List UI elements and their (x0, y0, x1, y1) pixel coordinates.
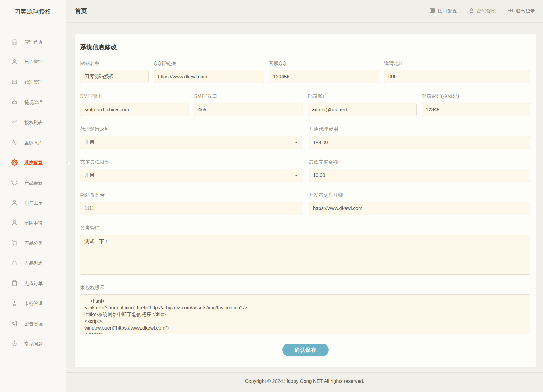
form-row-announcement: 公告管理 测试一下！ (80, 225, 530, 275)
field-unauthorized-tip: 未授权提示 <html> <link rel="shortcut icon" h… (80, 285, 530, 334)
chevron-down-icon (294, 173, 298, 178)
dev-group-label: 开发者交流群聊 (309, 192, 531, 198)
user-icon (11, 219, 24, 227)
sidebar-item-user-management[interactable]: 用户管理 (0, 52, 66, 72)
user-icon (11, 59, 24, 66)
form-row-5: 网站备案号 开发者交流群聊 (80, 192, 530, 215)
dev-group-input[interactable] (309, 202, 531, 215)
sidebar-item-agent-management[interactable]: 代理管理 (0, 72, 66, 92)
sidebar-item-announcement-management[interactable]: 公告管理 (0, 314, 66, 334)
field-mail-password: 邮箱密码(授权码) (422, 93, 530, 116)
field-min-recharge: 最低充值金额 (309, 159, 531, 182)
main-area: 首页 接口配置 密码修改 退出登录 系统信息修改 网站名称 (66, 0, 543, 392)
recharge-limit-select[interactable]: 开启 (80, 169, 302, 182)
sidebar-item-pirate-storage[interactable]: 盗版入库 (0, 133, 66, 153)
sidebar-item-label: 系统配置 (24, 160, 43, 166)
trend-chart-icon (11, 119, 24, 126)
clipboard-icon (11, 280, 24, 287)
sidebar-item-product-list[interactable]: 产品列表 (0, 253, 66, 273)
sidebar-item-label: 产品分类 (24, 241, 43, 246)
icp-number-input[interactable] (80, 202, 302, 215)
qq-group-link-input[interactable] (154, 70, 264, 83)
unauthorized-tip-textarea[interactable]: <html> <link rel="shortcut icon" href="h… (80, 294, 530, 334)
lock-icon (469, 8, 474, 15)
sidebar-item-faq[interactable]: 常见问题 (0, 334, 66, 354)
logout-icon (508, 8, 513, 15)
api-config-icon (430, 8, 435, 15)
sidebar: 刀客源码授权 管理首页 用户管理 代理管理 提现管理 授权列表 盗版入库 (0, 0, 66, 392)
invite-address-input[interactable] (384, 70, 530, 83)
agent-fee-input[interactable] (309, 136, 531, 149)
sidebar-item-admin-home[interactable]: 管理首页 (0, 32, 66, 52)
field-icp-number: 网站备案号 (80, 192, 302, 215)
sidebar-item-card-key-management[interactable]: 卡密管理 (0, 294, 66, 314)
cart-icon (11, 240, 24, 247)
form-row-unauthorized-tip: 未授权提示 <html> <link rel="shortcut icon" h… (80, 285, 530, 334)
sidebar-item-label: 常见问题 (24, 341, 43, 347)
announcement-textarea[interactable]: 测试一下！ (80, 235, 530, 275)
sidebar-menu: 管理首页 用户管理 代理管理 提现管理 授权列表 盗版入库 系统配置 (0, 23, 66, 354)
logout-label: 退出登录 (516, 8, 535, 14)
sidebar-item-system-config[interactable]: 系统配置 (0, 153, 66, 173)
agent-fee-label: 开通代理费用 (309, 126, 531, 133)
form-row-3: 代理邀请返利 开启 开通代理费用 (80, 126, 530, 149)
change-password-link[interactable]: 密码修改 (469, 8, 496, 15)
min-recharge-input[interactable] (309, 169, 531, 182)
brush-icon (11, 300, 24, 307)
mail-account-input[interactable] (308, 103, 417, 116)
api-config-label: 接口配置 (438, 8, 457, 14)
field-mail-account: 邮箱账户 (308, 93, 417, 116)
field-recharge-limit: 充值最低限制 开启 (80, 159, 302, 182)
invite-address-label: 邀请地址 (384, 60, 530, 67)
gear-icon (11, 159, 24, 166)
copyright-text: Copyright © 2024.Happy Gong NET All righ… (245, 379, 364, 384)
system-info-card: 系统信息修改 网站名称 QQ群链接 客服QQ 邀请地址 (74, 34, 536, 367)
recharge-limit-label: 充值最低限制 (80, 159, 302, 166)
sidebar-item-team-application[interactable]: 团队申请 (0, 213, 66, 233)
recharge-limit-value: 开启 (84, 172, 94, 179)
refresh-icon (11, 179, 24, 187)
brand-title: 刀客源码授权 (0, 0, 66, 23)
sidebar-item-product-category[interactable]: 产品分类 (0, 233, 66, 253)
sidebar-item-product-update[interactable]: 产品更新 (0, 173, 66, 193)
footer: Copyright © 2024.Happy Gong NET All righ… (66, 372, 543, 392)
field-smtp-host: SMTP地址 (80, 93, 189, 116)
site-name-input[interactable] (80, 70, 149, 83)
service-qq-input[interactable] (269, 70, 379, 83)
sidebar-item-label: 产品更新 (24, 180, 43, 186)
field-agent-fee: 开通代理费用 (309, 126, 531, 149)
sidebar-item-authorization-list[interactable]: 授权列表 (0, 112, 66, 133)
api-config-link[interactable]: 接口配置 (430, 8, 457, 15)
agent-rebate-label: 代理邀请返利 (80, 126, 302, 133)
button-row: 确认保存 (80, 344, 530, 356)
field-qq-group-link: QQ群链接 (154, 60, 264, 83)
form-row-1: 网站名称 QQ群链接 客服QQ 邀请地址 (80, 60, 530, 83)
mail-password-input[interactable] (422, 103, 530, 116)
crown-icon (11, 79, 24, 86)
sidebar-item-withdraw-management[interactable]: 提现管理 (0, 92, 66, 112)
sidebar-item-user-tickets[interactable]: 用户工单 (0, 193, 66, 213)
site-name-label: 网站名称 (80, 60, 149, 67)
agent-rebate-select[interactable]: 开启 (80, 136, 302, 149)
crown-icon (11, 99, 24, 106)
home-icon (11, 38, 24, 46)
sidebar-item-recharge-orders[interactable]: 充值订单 (0, 273, 66, 294)
activity-icon (11, 139, 24, 146)
card-title: 系统信息修改 (80, 41, 530, 60)
sidebar-item-label: 充值订单 (24, 281, 43, 287)
smtp-port-input[interactable] (194, 103, 303, 116)
logout-link[interactable]: 退出登录 (508, 8, 535, 15)
mail-password-label: 邮箱密码(授权码) (422, 93, 530, 100)
smtp-host-label: SMTP地址 (80, 93, 189, 100)
sidebar-item-label: 代理管理 (24, 80, 43, 85)
sidebar-item-label: 管理首页 (24, 39, 43, 45)
icp-number-label: 网站备案号 (80, 192, 302, 198)
save-button[interactable]: 确认保存 (282, 344, 329, 356)
megaphone-icon (11, 320, 24, 327)
form-row-2: SMTP地址 SMTP端口 邮箱账户 邮箱密码(授权码) (80, 93, 530, 116)
smtp-host-input[interactable] (80, 103, 189, 116)
sidebar-item-label: 盗版入库 (24, 140, 43, 146)
agent-rebate-value: 开启 (84, 139, 94, 146)
field-smtp-port: SMTP端口 (194, 93, 303, 116)
field-site-name: 网站名称 (80, 60, 149, 83)
